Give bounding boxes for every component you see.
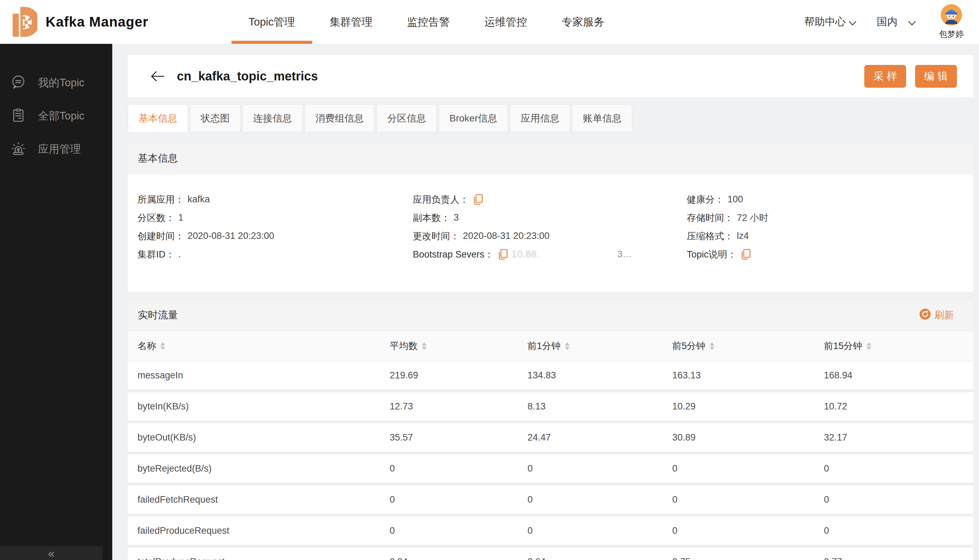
navbar-right: 帮助中心 国内 <box>804 4 964 40</box>
section-title: 实时流量 <box>138 308 178 322</box>
field-value: . <box>178 249 181 260</box>
tab-connection-info[interactable]: 连接信息 <box>242 104 302 132</box>
metric-name: messageIn <box>128 370 380 381</box>
nav-item-expert[interactable]: 专家服务 <box>545 0 622 44</box>
nav-item-monitor[interactable]: 监控告警 <box>390 0 467 44</box>
copy-icon[interactable] <box>473 194 483 205</box>
metric-last-5-min: 30.89 <box>663 432 814 443</box>
sidebar-menu: 我的Topic 全部Topic <box>0 44 112 166</box>
detail-tabs: 基本信息 状态图 连接信息 消费组信息 分区信息 Broker信息 应用信息 账… <box>128 104 974 132</box>
sort-icon[interactable] <box>866 342 871 350</box>
tab-broker-info[interactable]: Broker信息 <box>439 104 508 132</box>
refresh-icon <box>919 308 931 322</box>
sort-icon[interactable] <box>160 342 165 350</box>
collapse-chevrons-icon: « <box>48 547 55 559</box>
sidebar-item-label: 应用管理 <box>38 142 81 157</box>
sidebar-item-app-management[interactable]: 应用管理 <box>0 133 112 166</box>
field-label: Topic说明： <box>687 248 737 261</box>
top-navbar: Kafka Manager Topic管理 集群管理 监控告警 运维管控 专家服… <box>0 0 979 44</box>
column-header-last-15-min[interactable]: 前15分钟 <box>814 340 974 352</box>
metric-average: 0.94 <box>380 557 518 560</box>
metric-last-1-min: 0.64 <box>518 557 663 560</box>
metric-average: 0 <box>380 463 518 474</box>
column-label: 平均数 <box>390 340 418 352</box>
metric-last-5-min: 10.29 <box>663 401 814 412</box>
metric-average: 0 <box>380 525 518 536</box>
help-center-dropdown[interactable]: 帮助中心 <box>804 15 857 29</box>
field-value: 3 <box>454 212 459 223</box>
field-value: 100 <box>727 194 743 205</box>
siren-icon <box>10 140 26 158</box>
field-health-score: 健康分： 100 <box>677 190 974 208</box>
field-create-time: 创建时间： 2020-08-31 20:23:00 <box>128 227 403 245</box>
nav-item-cluster[interactable]: 集群管理 <box>312 0 390 44</box>
metric-average: 0 <box>380 494 518 505</box>
metric-last-5-min: 0 <box>663 494 814 505</box>
column-header-name[interactable]: 名称 <box>128 340 380 352</box>
tab-billing-info[interactable]: 账单信息 <box>572 104 632 132</box>
table-row: failedProduceRequest 0 0 0 0 <box>128 517 974 548</box>
tab-consumer-group-info[interactable]: 消费组信息 <box>305 104 374 132</box>
avatar[interactable] <box>941 4 962 27</box>
sidebar-item-my-topic[interactable]: 我的Topic <box>0 66 112 100</box>
sidebar-item-label: 全部Topic <box>38 109 84 123</box>
realtime-traffic-card: 实时流量 刷新 名称 <box>128 299 974 560</box>
copy-icon[interactable] <box>498 248 508 260</box>
back-arrow-button[interactable] <box>150 71 164 82</box>
sidebar-item-all-topic[interactable]: 全部Topic <box>0 100 112 133</box>
column-header-last-5-min[interactable]: 前5分钟 <box>663 340 814 352</box>
field-value: 10.88. <box>511 249 540 260</box>
nav-item-ops[interactable]: 运维管控 <box>467 0 545 44</box>
column-label: 前1分钟 <box>528 340 561 352</box>
sidebar-collapse-button[interactable]: « <box>0 546 103 560</box>
refresh-button[interactable]: 刷新 <box>919 308 954 322</box>
metric-last-15-min: 10.72 <box>814 401 974 412</box>
user-menu[interactable]: 包梦婷 <box>939 4 964 40</box>
field-label: 更改时间： <box>413 230 459 242</box>
main-nav-menu: Topic管理 集群管理 监控告警 运维管控 专家服务 <box>231 0 622 44</box>
sort-icon[interactable] <box>710 342 714 350</box>
clipboard-icon <box>10 107 26 125</box>
metric-last-1-min: 0 <box>518 463 663 474</box>
column-header-last-1-min[interactable]: 前1分钟 <box>518 340 663 352</box>
section-title: 基本信息 <box>138 152 178 165</box>
column-label: 前5分钟 <box>672 340 705 352</box>
table-row: byteIn(KB/s) 12.73 8.13 10.29 10.72 <box>128 392 974 423</box>
field-value: 2020-08-31 20:23:00 <box>187 231 274 241</box>
field-label: 压缩格式： <box>687 230 733 242</box>
metric-name: byteRejected(B/s) <box>128 463 380 474</box>
field-label: 创建时间： <box>137 230 184 242</box>
field-label: 所属应用： <box>137 193 184 206</box>
column-header-average[interactable]: 平均数 <box>380 340 518 352</box>
metrics-table-header: 名称 平均数 前1分钟 前5 <box>128 331 974 361</box>
metric-last-1-min: 134.83 <box>518 370 663 381</box>
table-row: byteOut(KB/s) 35.57 24.47 30.89 32.17 <box>128 423 974 454</box>
column-label: 前15分钟 <box>824 340 862 352</box>
field-label: 存储时间： <box>687 212 733 224</box>
tab-status-chart[interactable]: 状态图 <box>190 104 241 132</box>
edit-button[interactable]: 编 辑 <box>915 65 957 88</box>
region-dropdown[interactable]: 国内 <box>877 15 916 29</box>
copy-icon[interactable] <box>741 248 751 260</box>
metric-name: byteOut(KB/s) <box>128 432 380 443</box>
metric-last-5-min: 163.13 <box>663 370 814 381</box>
metric-average: 12.73 <box>380 401 518 412</box>
title-actions: 采 样 编 辑 <box>864 65 957 88</box>
field-value: 72 小时 <box>737 212 768 224</box>
main-content: cn_kafka_topic_metrics 采 样 编 辑 基本信息 状态图 … <box>128 44 974 560</box>
help-center-label: 帮助中心 <box>804 15 845 29</box>
field-label: 健康分： <box>687 193 724 206</box>
metric-last-15-min: 0 <box>814 463 974 474</box>
field-value: kafka <box>187 194 210 205</box>
field-label: 分区数： <box>137 212 175 224</box>
tab-partition-info[interactable]: 分区信息 <box>376 104 437 132</box>
field-label: 副本数： <box>413 212 450 224</box>
tab-basic-info[interactable]: 基本信息 <box>128 104 188 132</box>
nav-item-topic[interactable]: Topic管理 <box>231 0 312 44</box>
tab-app-info[interactable]: 应用信息 <box>510 104 570 132</box>
metric-average: 219.69 <box>380 370 518 381</box>
sort-icon[interactable] <box>422 342 427 350</box>
sample-button[interactable]: 采 样 <box>864 65 906 88</box>
sort-icon[interactable] <box>565 342 570 350</box>
field-app-owner: 应用负责人： <box>403 190 677 208</box>
